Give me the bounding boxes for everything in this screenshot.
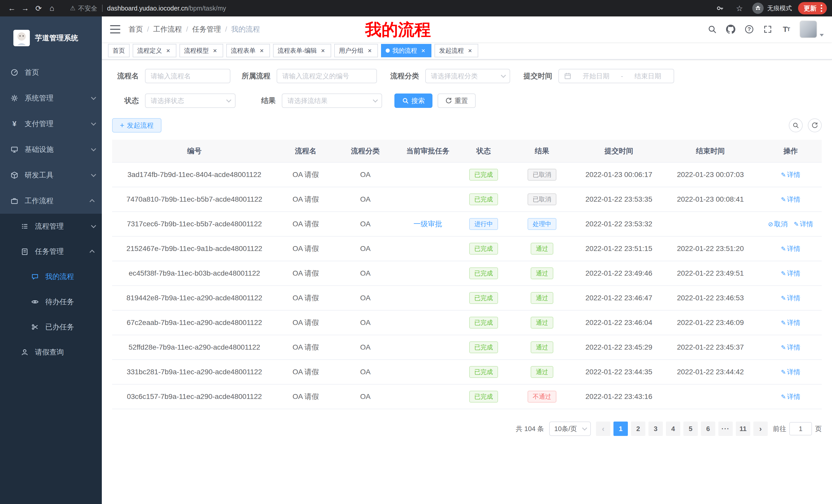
key-icon[interactable] [713,2,727,15]
submit-time: 2022-01-22 23:49:46 [576,261,661,286]
app-logo[interactable]: 芋道管理系统 [0,17,102,60]
action-detail-link[interactable]: ✎详情 [781,270,800,277]
page-button[interactable]: 3 [648,422,663,436]
page-button[interactable]: 11 [736,422,750,436]
search-button[interactable]: 搜索 [394,93,433,108]
view-tab[interactable]: 流程表单× [226,44,270,57]
sidebar-item[interactable]: ¥支付管理 [0,111,102,137]
column-header: 状态 [460,140,508,162]
refresh-table-button[interactable] [808,118,822,132]
action-detail-link[interactable]: ✎详情 [781,343,800,351]
close-icon[interactable]: × [366,47,373,54]
view-tab[interactable]: 流程模型× [179,44,223,57]
view-tab[interactable]: 我的流程× [381,44,432,57]
sidebar-item[interactable]: 工作流程 [0,188,102,214]
page-button[interactable]: 2 [631,422,645,436]
action-detail-link[interactable]: ✎详情 [781,171,800,178]
end-time: 2022-01-22 23:49:51 [661,261,759,286]
sidebar-item[interactable]: 基础设施 [0,137,102,162]
action-detail-link[interactable]: ✎详情 [781,245,800,253]
sidebar-item[interactable]: 首页 [0,60,102,85]
search-icon[interactable] [707,24,717,34]
create-process-button[interactable]: + 发起流程 [112,118,161,133]
column-header: 操作 [759,140,822,162]
view-tab[interactable]: 首页 [108,44,130,57]
active-dot [386,49,390,53]
sidebar-item[interactable]: 流程管理 [0,214,102,239]
goto-unit: 页 [815,424,822,433]
action-detail-link[interactable]: ✎详情 [781,319,800,327]
sidebar-item[interactable]: 研发工具 [0,162,102,188]
sidebar-item[interactable]: 我的流程 [0,264,102,289]
page-button[interactable]: 6 [701,422,715,436]
category-select[interactable]: 请选择流程分类 [425,69,510,83]
bookmark-star-icon[interactable]: ☆ [733,2,746,15]
goto-page-input[interactable] [789,422,812,436]
breadcrumb-item[interactable]: 首页 [129,24,143,34]
sidebar-item[interactable]: 系统管理 [0,85,102,111]
actions: ✎详情 [759,286,822,310]
status-tag: 进行中 [469,218,498,230]
status: 已完成 [460,286,508,310]
view-tab[interactable]: 发起流程× [435,44,478,57]
help-icon[interactable]: ? [744,24,754,34]
sidebar-item-label: 已办任务 [45,322,74,332]
home-icon[interactable]: ⌂ [45,2,59,15]
close-icon[interactable]: × [164,47,172,54]
avatar[interactable] [800,21,817,38]
font-size-icon[interactable]: TT [781,24,791,34]
refresh-icon[interactable]: ⟳ [32,2,45,15]
action-detail-link[interactable]: ✎详情 [781,368,800,376]
prev-page-button[interactable]: ‹ [596,422,610,436]
more-pages-button[interactable]: ··· [718,422,733,436]
address-bar[interactable]: ⚠ 不安全 dashboard.yudao.iocoder.cn/bpm/tas… [64,1,708,16]
view-tab[interactable]: 流程定义× [133,44,176,57]
process-def-input[interactable] [277,69,377,83]
submit-time: 2022-01-23 00:06:17 [576,162,661,187]
toggle-search-button[interactable] [789,118,803,132]
current-task-link[interactable]: 一级审批 [413,220,442,228]
action-detail-link[interactable]: ✎详情 [781,393,800,400]
action-detail-link[interactable]: ✎详情 [794,220,813,228]
github-icon[interactable] [726,24,736,34]
view-tab[interactable]: 用户分组× [334,44,378,57]
menu-dots-icon[interactable] [821,5,822,12]
forward-icon[interactable]: → [19,2,32,15]
action-detail-link[interactable]: ✎详情 [781,294,800,302]
incognito-icon [752,3,763,14]
submit-time-range-picker[interactable]: 开始日期 - 结束日期 [558,69,674,83]
page-button[interactable]: 4 [666,422,680,436]
view-tab[interactable]: 流程表单-编辑× [273,44,331,57]
sidebar-item[interactable]: 待办任务 [0,289,102,314]
table-row: 7470a810-7b9b-11ec-b5b7-acde48001122OA 请… [112,187,822,212]
action-cancel-link[interactable]: ⊘取消 [768,220,787,228]
status-select[interactable]: 请选择状态 [145,93,235,108]
sidebar-item[interactable]: 已办任务 [0,314,102,340]
result-select[interactable]: 请选择流结果 [282,93,382,108]
update-button[interactable]: 更新 [798,2,827,15]
close-icon[interactable]: × [420,47,427,54]
breadcrumb-item[interactable]: 任务管理 [192,24,221,34]
sidebar-item[interactable]: 任务管理 [0,239,102,264]
close-icon[interactable]: × [211,47,218,54]
back-icon[interactable]: ← [5,2,19,15]
column-header: 提交时间 [576,140,661,162]
page-size-select[interactable]: 10条/页 [549,422,591,436]
sidebar-item[interactable]: 请假查询 [0,340,102,365]
action-detail-link[interactable]: ✎详情 [781,195,800,203]
process-name-input[interactable] [145,69,230,83]
reset-button[interactable]: 重置 [438,93,476,108]
breadcrumb-item[interactable]: 工作流程 [153,24,182,34]
page-button[interactable]: 1 [614,422,628,436]
current-task [396,335,460,360]
page-button[interactable]: 5 [683,422,698,436]
process-name: OA 请假 [277,187,335,212]
table-row: 331bc281-7b9a-11ec-a290-acde48001122OA 请… [112,360,822,384]
close-icon[interactable]: × [319,47,327,54]
close-icon[interactable]: × [466,47,474,54]
close-icon[interactable]: × [258,47,265,54]
next-page-button[interactable]: › [753,422,768,436]
fullscreen-icon[interactable] [762,24,773,34]
hamburger-icon[interactable] [110,25,120,33]
user-menu[interactable] [800,21,824,38]
